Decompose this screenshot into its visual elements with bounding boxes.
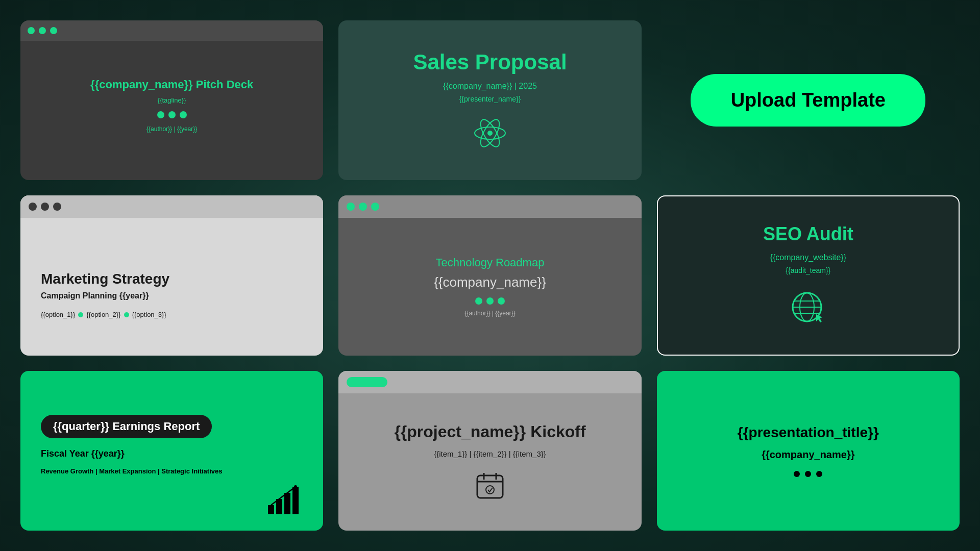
upload-template-card: Upload Template: [657, 20, 960, 180]
tech-roadmap-card: Technology Roadmap {{company_name}} {{au…: [338, 195, 641, 355]
svg-rect-15: [477, 475, 503, 498]
marketing-options: {{option_1}} {{option_2}} {{option_3}}: [41, 311, 166, 318]
svg-point-19: [486, 486, 494, 494]
tech-company: {{company_name}}: [434, 274, 546, 290]
seo-audit-card: SEO Audit {{company_website}} {{audit_te…: [657, 195, 960, 355]
kickoff-content: {{project_name}} Kickoff {{item_1}} | {{…: [338, 393, 641, 531]
tech-dot-1: [347, 203, 355, 211]
tech-dot-b: [486, 297, 494, 305]
pitch-content: {{company_name}} Pitch Deck {{tagline}} …: [90, 78, 253, 133]
chart-icon: [267, 485, 303, 515]
globe-icon: [788, 287, 828, 328]
pres-dot-2: [805, 471, 811, 477]
pitch-dot-2: [168, 111, 176, 118]
pitch-title: {{company_name}} Pitch Deck: [90, 78, 253, 91]
tech-dot-c: [498, 297, 505, 305]
option1-label: {{option_1}}: [41, 311, 75, 318]
dot-2: [39, 27, 46, 34]
svg-rect-10: [268, 505, 274, 514]
sales-presenter: {{presenter_name}}: [459, 95, 521, 103]
tech-content: Technology Roadmap {{company_name}} {{au…: [338, 218, 641, 355]
kickoff-card: {{project_name}} Kickoff {{item_1}} | {{…: [338, 371, 641, 531]
pitch-footer: {{author}} | {{year}}: [90, 126, 253, 133]
sales-proposal-card: Sales Proposal {{company_name}} | 2025 {…: [338, 20, 641, 180]
kickoff-bar-btn: [347, 377, 387, 387]
marketing-strategy-card: Marketing Strategy Campaign Planning {{y…: [20, 195, 323, 355]
pitch-deck-card: {{company_name}} Pitch Deck {{tagline}} …: [20, 20, 323, 180]
seo-website: {{company_website}}: [770, 253, 846, 262]
option-dot-1: [78, 312, 83, 317]
pitch-dots: [90, 111, 253, 118]
mkt-dot-3: [53, 203, 61, 211]
window-bar: [20, 20, 323, 41]
tech-window-bar: [338, 195, 641, 218]
marketing-title: Marketing Strategy: [41, 271, 169, 287]
dot-1: [28, 27, 35, 34]
svg-rect-13: [292, 487, 299, 514]
presentation-company: {{company_name}}: [762, 449, 854, 461]
earnings-title-pill: {{quarter}} Earnings Report: [41, 415, 212, 438]
presentation-card: {{presentation_title}} {{company_name}}: [657, 371, 960, 531]
kickoff-window-bar: [338, 371, 641, 393]
option3-label: {{option_3}}: [132, 311, 166, 318]
atom-icon: [472, 115, 508, 151]
svg-point-14: [294, 485, 297, 488]
tech-dot-3: [371, 203, 379, 211]
earnings-title: {{quarter}} Earnings Report: [53, 420, 200, 433]
pres-dot-3: [816, 471, 822, 477]
dot-3: [50, 27, 57, 34]
earnings-items: Revenue Growth | Market Expansion | Stra…: [41, 466, 222, 477]
sales-title: Sales Proposal: [413, 50, 567, 74]
presentation-title: {{presentation_title}}: [738, 424, 879, 441]
tech-subtitle: Technology Roadmap: [436, 256, 545, 269]
tech-dots: [475, 297, 505, 305]
marketing-window-bar: [20, 195, 323, 218]
presentation-dots: [794, 471, 822, 477]
upload-template-button[interactable]: Upload Template: [691, 74, 925, 127]
svg-rect-12: [284, 493, 290, 514]
earnings-fiscal: Fiscal Year {{year}}: [41, 448, 125, 459]
seo-team: {{audit_team}}: [786, 266, 830, 274]
mkt-dot-1: [29, 203, 37, 211]
tech-footer: {{author}} | {{year}}: [464, 310, 515, 317]
kickoff-title: {{project_name}} Kickoff: [394, 422, 585, 441]
marketing-subtitle: Campaign Planning {{year}}: [41, 291, 149, 300]
option-dot-2: [124, 312, 129, 317]
sales-company: {{company_name}} | 2025: [443, 82, 537, 91]
kickoff-items: {{item_1}} | {{item_2}} | {{item_3}}: [434, 449, 546, 458]
pitch-dot-3: [180, 111, 187, 118]
svg-point-0: [487, 131, 493, 136]
upload-template-label: Upload Template: [731, 89, 886, 111]
pitch-tagline: {{tagline}}: [90, 96, 253, 104]
calendar-icon: [475, 470, 505, 501]
marketing-content: Marketing Strategy Campaign Planning {{y…: [20, 226, 323, 355]
pres-dot-1: [794, 471, 800, 477]
pitch-dot-1: [157, 111, 164, 118]
mkt-dot-2: [41, 203, 49, 211]
seo-title: SEO Audit: [763, 223, 853, 245]
option2-label: {{option_2}}: [86, 311, 120, 318]
tech-dot-a: [475, 297, 482, 305]
earnings-report-card: {{quarter}} Earnings Report Fiscal Year …: [20, 371, 323, 531]
tech-dot-2: [359, 203, 367, 211]
